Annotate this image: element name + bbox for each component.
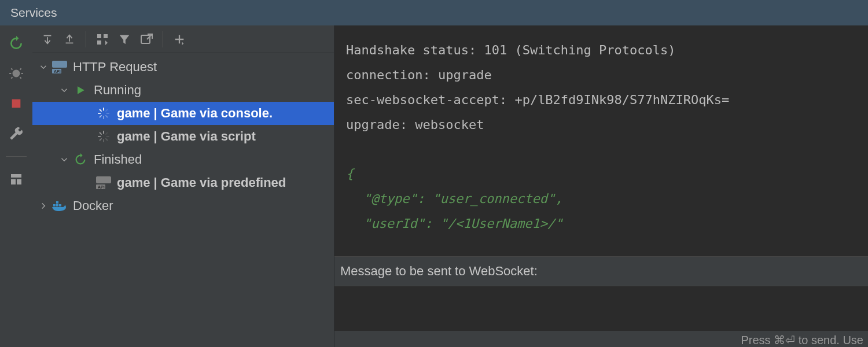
tree-node-finished[interactable]: Finished	[32, 148, 334, 171]
tree-item-game-script[interactable]: game | Game via script	[32, 125, 334, 148]
collapse-all-icon[interactable]	[59, 29, 80, 50]
tree-item-game-console[interactable]: game | Game via console.	[32, 102, 334, 125]
group-by-icon[interactable]	[92, 29, 113, 50]
chevron-right-icon	[38, 201, 49, 211]
layout-icon[interactable]	[6, 169, 26, 189]
api-icon: API	[96, 175, 111, 190]
svg-text:API: API	[98, 185, 105, 189]
tree-toolbar	[32, 25, 334, 53]
tree-label: Docker	[73, 198, 113, 213]
output-blank	[346, 138, 856, 163]
svg-rect-32	[56, 204, 58, 206]
tree-node-running[interactable]: Running	[32, 79, 334, 102]
chevron-down-icon	[59, 85, 69, 95]
docker-icon	[52, 198, 67, 213]
stop-icon[interactable]	[6, 94, 26, 113]
websocket-output[interactable]: Handshake status: 101 (Switching Protoco…	[334, 25, 868, 257]
run-icon	[73, 83, 88, 98]
gutter-separator	[6, 156, 27, 157]
panel-title: Services	[0, 0, 868, 25]
output-line: sec-websocket-accept: +p/lB2fd9INk98/S77…	[346, 88, 856, 113]
message-input-label: Message to be sent to WebSocket:	[334, 257, 868, 286]
output-line: connection: upgrade	[346, 63, 856, 88]
chevron-down-icon	[59, 154, 69, 165]
rerun-icon[interactable]	[6, 34, 26, 53]
svg-rect-3	[11, 179, 16, 184]
message-input[interactable]	[334, 286, 868, 331]
svg-rect-33	[59, 204, 61, 206]
expand-all-icon[interactable]	[37, 29, 58, 50]
tree-label: game | Game via predefined	[117, 175, 286, 190]
svg-rect-28	[96, 176, 111, 183]
api-icon: API	[52, 60, 67, 75]
debug-icon[interactable]	[6, 64, 26, 83]
tree-label: Finished	[94, 152, 142, 167]
main-area: API HTTP Request Running game | Game via…	[0, 25, 868, 347]
tree-node-docker[interactable]: Docker	[32, 194, 334, 217]
svg-rect-2	[11, 174, 21, 178]
tree-panel: API HTTP Request Running game | Game via…	[32, 25, 334, 347]
svg-line-26	[100, 139, 102, 141]
output-line: upgrade: websocket	[346, 113, 856, 138]
tree-label: game | Game via script	[117, 129, 256, 144]
svg-text:API: API	[54, 69, 61, 73]
toolbar-separator	[163, 31, 163, 47]
svg-rect-1	[12, 99, 21, 108]
add-icon[interactable]	[169, 29, 190, 50]
svg-line-27	[106, 133, 108, 135]
json-line: "@type": "user_connected",	[346, 187, 856, 212]
svg-rect-9	[52, 61, 67, 68]
wrench-icon[interactable]	[6, 124, 26, 143]
content-panel: Handshake status: 101 (Switching Protoco…	[334, 25, 868, 347]
spinner-icon	[96, 106, 111, 121]
svg-point-0	[13, 70, 20, 77]
tree-label: HTTP Request	[73, 60, 157, 75]
services-tree: API HTTP Request Running game | Game via…	[32, 53, 334, 347]
tree-node-http-request[interactable]: API HTTP Request	[32, 56, 334, 79]
svg-rect-8	[141, 35, 150, 43]
left-gutter	[0, 25, 32, 347]
svg-line-19	[106, 110, 108, 112]
message-hint: Press ⌘⏎ to send. Use	[334, 331, 868, 347]
svg-line-18	[100, 116, 102, 117]
tree-label: Running	[94, 83, 141, 98]
tree-item-game-predefined[interactable]: API game | Game via predefined	[32, 171, 334, 194]
svg-rect-7	[97, 40, 101, 45]
filter-icon[interactable]	[114, 29, 135, 50]
svg-line-15	[106, 116, 108, 117]
rerun-icon	[73, 152, 88, 167]
spinner-icon	[96, 129, 111, 144]
json-line: "userId": "/<1UserName1>/"	[346, 212, 856, 237]
svg-rect-4	[17, 179, 21, 184]
svg-rect-6	[104, 34, 108, 38]
svg-rect-31	[53, 204, 56, 206]
toolbar-separator	[86, 31, 86, 47]
open-tab-icon[interactable]	[136, 29, 157, 50]
tree-label: game | Game via console.	[117, 106, 273, 121]
output-line: Handshake status: 101 (Switching Protoco…	[346, 38, 856, 63]
svg-rect-5	[97, 34, 101, 38]
svg-line-22	[100, 133, 102, 135]
json-open-brace: {	[346, 162, 856, 187]
svg-line-14	[100, 110, 102, 112]
svg-rect-34	[56, 201, 58, 204]
panel-title-text: Services	[10, 6, 57, 19]
svg-line-23	[106, 139, 108, 141]
chevron-down-icon	[38, 62, 49, 72]
